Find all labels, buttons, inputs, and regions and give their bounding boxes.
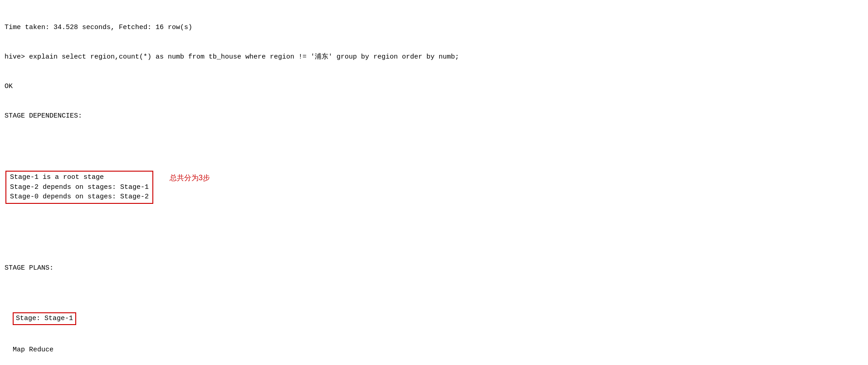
line-4: STAGE DEPENDENCIES: <box>5 111 863 121</box>
line-3: OK <box>5 82 863 92</box>
stage-plans-line: STAGE PLANS: <box>5 263 863 273</box>
annotation-steps: 总共分为3步 <box>170 173 210 183</box>
stage-deps-line: Stage-1 is a root stage Stage-2 depends … <box>5 161 863 204</box>
line-2: hive> explain select region,count(*) as … <box>5 52 863 62</box>
line-1: Time taken: 34.528 seconds, Fetched: 16 … <box>5 23 863 33</box>
line-blank-1 <box>5 233 863 243</box>
stage-deps-box: Stage-1 is a root stage Stage-2 depends … <box>5 171 153 204</box>
terminal-output: Time taken: 34.528 seconds, Fetched: 16 … <box>5 3 863 365</box>
stage1-line: Stage: Stage-1 <box>5 312 863 325</box>
map-reduce-line: Map Reduce <box>5 345 863 355</box>
stage1-box: Stage: Stage-1 <box>13 312 76 325</box>
